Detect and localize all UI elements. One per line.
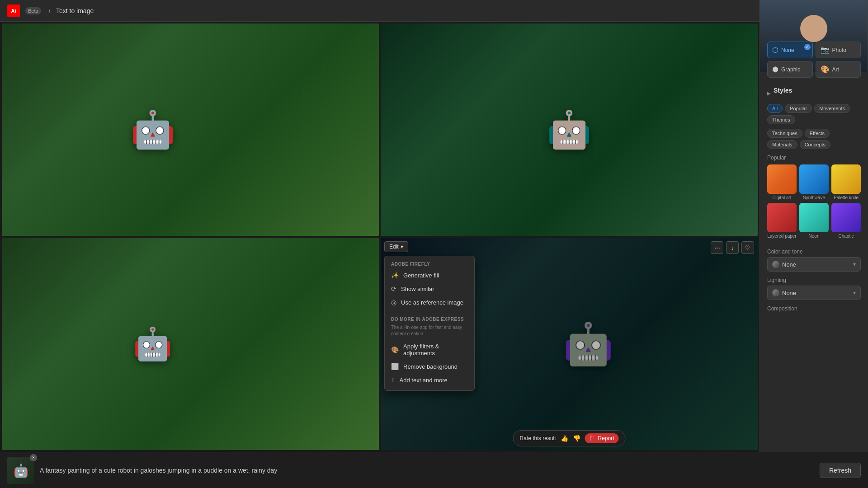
context-item-apply-filters[interactable]: 🎨 Apply filters & adjustments (385, 340, 474, 360)
photo-label: Photo (832, 47, 846, 53)
color-tone-inner: None (772, 261, 796, 268)
show-similar-icon: ⟳ (391, 285, 396, 292)
prompt-bar: × A fantasy painting of a cute robot in … (0, 452, 868, 488)
style-thumb-chaotic[interactable]: Chaotic (831, 203, 861, 239)
color-dot (772, 261, 779, 268)
chaotic-thumb-img (831, 203, 861, 232)
edit-toolbar: Edit ▾ (384, 241, 408, 252)
refresh-button[interactable]: Refresh (820, 463, 861, 478)
style-subtags: Techniques Effects Materials Concepts (767, 129, 861, 149)
toolbar-icons: ⋯ ↓ ♡ (711, 241, 754, 254)
prompt-thumbnail: × (7, 457, 34, 484)
art-icon: 🎨 (821, 65, 830, 74)
neon-label: Neon (799, 234, 829, 239)
context-add-text-label: Add text and more (400, 377, 448, 384)
lighting-label: Lighting (767, 277, 861, 283)
composition-section: Composition (767, 305, 861, 314)
content-type-art[interactable]: 🎨 Art (816, 61, 861, 78)
report-button[interactable]: 🚩 Report (585, 433, 619, 443)
thumbs-up-button[interactable]: 👍 (561, 435, 568, 442)
graphic-icon: ⬢ (772, 65, 778, 74)
download-button[interactable]: ↓ (726, 241, 739, 254)
edit-button[interactable]: Edit ▾ (384, 241, 408, 252)
close-thumbnail-button[interactable]: × (30, 454, 37, 461)
thumbs-down-button[interactable]: 👎 (573, 435, 580, 442)
add-text-icon: T (391, 376, 395, 384)
color-tone-label: Color and tone (767, 249, 861, 255)
context-item-use-reference[interactable]: ◎ Use as reference image (385, 296, 474, 309)
style-tag-techniques[interactable]: Techniques (767, 129, 802, 138)
context-reference-label: Use as reference image (401, 299, 463, 306)
styles-chevron: ▶ (767, 91, 771, 96)
color-tone-chevron: ▾ (853, 261, 856, 267)
style-thumb-synthwave[interactable]: Synthwave (799, 164, 829, 200)
report-label: Report (598, 435, 614, 441)
none-label: None (781, 47, 794, 53)
style-thumb-layered[interactable]: Layered paper (767, 203, 797, 239)
style-tag-effects[interactable]: Effects (805, 129, 830, 138)
graphic-label: Graphic (781, 66, 800, 73)
palette-knife-thumb-img (831, 164, 861, 194)
header: Ai Beta ‹ Text to image (0, 0, 868, 22)
style-tag-movements[interactable]: Movements (814, 104, 850, 113)
palette-knife-label: Palette knife (831, 195, 861, 200)
context-firefly-header: ADOBE FIREFLY (385, 260, 474, 268)
style-tag-concepts[interactable]: Concepts (800, 140, 830, 149)
art-label: Art (832, 66, 839, 73)
chaotic-label: Chaotic (831, 234, 861, 239)
style-tag-themes[interactable]: Themes (767, 115, 795, 124)
color-tone-value: None (782, 261, 796, 268)
image-cell-4[interactable]: Edit ▾ ⋯ ↓ ♡ ADOBE FIREFLY ✨ Generative … (381, 238, 758, 450)
layered-paper-label: Layered paper (767, 234, 797, 239)
style-tag-all[interactable]: All (767, 104, 783, 113)
none-check: ✓ (804, 44, 811, 50)
layered-paper-thumb-img (767, 203, 797, 232)
none-icon: ⬡ (772, 46, 778, 54)
context-item-add-text[interactable]: T Add text and more (385, 373, 474, 387)
context-express-desc: The all-in-one app for fast and easy con… (385, 324, 474, 340)
style-tag-popular[interactable]: Popular (785, 104, 812, 113)
edit-label: Edit (389, 244, 399, 250)
context-item-remove-bg[interactable]: ⬜ Remove background (385, 360, 474, 373)
context-filters-label: Apply filters & adjustments (403, 343, 468, 357)
back-button[interactable]: ‹ (48, 7, 51, 15)
more-button[interactable]: ⋯ (711, 241, 723, 254)
main-layout: Edit ▾ ⋯ ↓ ♡ ADOBE FIREFLY ✨ Generative … (0, 22, 868, 452)
context-generative-fill-label: Generative fill (403, 272, 439, 279)
lighting-dropdown[interactable]: None ▾ (767, 286, 861, 300)
style-tag-materials[interactable]: Materials (767, 140, 797, 149)
style-thumb-neon[interactable]: Neon (799, 203, 829, 239)
context-remove-bg-label: Remove background (403, 363, 458, 370)
context-divider-1 (385, 312, 474, 312)
favorite-button[interactable]: ♡ (741, 241, 754, 254)
rating-bar: Rate this result 👍 👎 🚩 Report (513, 430, 625, 446)
image-cell-3[interactable] (2, 238, 379, 450)
color-tone-dropdown[interactable]: None ▾ (767, 257, 861, 272)
page-title: Text to image (56, 7, 94, 14)
style-thumb-digital[interactable]: Digital art (767, 164, 797, 200)
context-item-generative-fill[interactable]: ✨ Generative fill (385, 268, 474, 282)
right-sidebar: Content type ⬡ None ✓ 📷 Photo ⬢ Graphic … (760, 22, 868, 452)
prompt-text: A fantasy painting of a cute robot in ga… (40, 467, 814, 474)
content-type-none[interactable]: ⬡ None ✓ (767, 42, 813, 58)
styles-section: ▶ Styles All Popular Movements Themes Te… (767, 87, 861, 241)
generative-fill-icon: ✨ (391, 272, 399, 279)
adobe-logo-text: Ai (11, 8, 16, 14)
image-cell-2[interactable] (381, 23, 758, 236)
context-show-similar-label: Show similar (401, 286, 434, 292)
content-type-graphic[interactable]: ⬢ Graphic (767, 61, 813, 78)
style-thumb-palette[interactable]: Palette knife (831, 164, 861, 200)
digital-art-label: Digital art (767, 195, 797, 200)
context-menu: ADOBE FIREFLY ✨ Generative fill ⟳ Show s… (384, 256, 475, 391)
rating-text: Rate this result (519, 435, 556, 441)
content-type-photo[interactable]: 📷 Photo (816, 42, 861, 58)
lighting-dot (772, 289, 779, 296)
adobe-logo: Ai (7, 5, 20, 17)
image-grid: Edit ▾ ⋯ ↓ ♡ ADOBE FIREFLY ✨ Generative … (0, 22, 760, 452)
style-grid-row1: Digital art Synthwave Palette knife (767, 164, 861, 200)
digital-art-thumb-img (767, 164, 797, 194)
image-cell-1[interactable] (2, 23, 379, 236)
remove-bg-icon: ⬜ (391, 363, 399, 370)
context-item-show-similar[interactable]: ⟳ Show similar (385, 282, 474, 296)
reference-icon: ◎ (391, 299, 396, 306)
